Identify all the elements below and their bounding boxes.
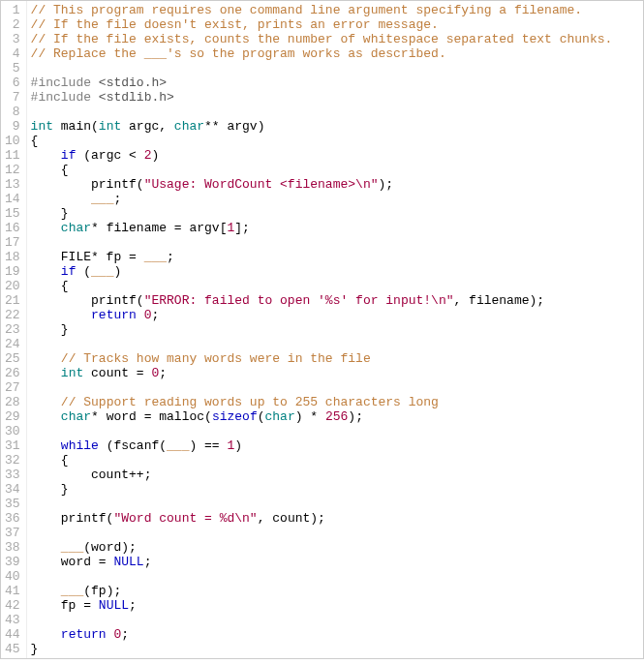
token: printf(: [31, 177, 144, 192]
line-number: 21: [5, 293, 20, 308]
code-line: FILE* fp = ___;: [31, 250, 639, 264]
token: ) ==: [189, 438, 227, 453]
line-number: 19: [5, 264, 20, 279]
line-number: 17: [5, 235, 20, 250]
token: {: [31, 453, 69, 468]
line-number: 14: [5, 192, 20, 206]
line-number-gutter: 1234567891011121314151617181920212223242…: [1, 1, 27, 658]
line-number: 2: [5, 17, 20, 32]
token: if: [61, 148, 77, 163]
code-line: int main(int argc, char** argv): [31, 119, 639, 134]
token: {: [31, 279, 69, 293]
token: NULL: [113, 555, 143, 569]
code-line: char* filename = argv[1];: [31, 221, 639, 235]
code-line: printf("Usage: WordCount <filename>\n");: [31, 177, 639, 192]
token: [31, 192, 91, 206]
line-number: 16: [5, 221, 20, 235]
code-editor: 1234567891011121314151617181920212223242…: [0, 0, 644, 659]
token: [31, 409, 61, 424]
token: ___: [167, 438, 189, 453]
token: [31, 221, 61, 235]
token: printf(: [31, 511, 114, 526]
token: [31, 540, 61, 555]
token: char: [61, 409, 91, 424]
code-line: count++;: [31, 468, 639, 482]
token: **: [204, 119, 227, 134]
code-line: return 0;: [31, 627, 639, 642]
token: [31, 308, 91, 322]
token: ;: [121, 627, 129, 642]
code-line: printf("Word count = %d\n", count);: [31, 511, 639, 526]
token: FILE* fp =: [31, 250, 144, 264]
code-line: if (argc < 2): [31, 148, 639, 163]
token: main(: [53, 119, 99, 134]
line-number: 33: [5, 468, 20, 482]
token: count++;: [31, 468, 152, 482]
code-line: [31, 613, 639, 627]
token: fp =: [31, 598, 99, 613]
line-number: 22: [5, 308, 20, 322]
token: ;: [151, 308, 159, 322]
token: (fp);: [83, 584, 121, 598]
token: );: [348, 409, 363, 424]
token: sizeof: [212, 409, 258, 424]
token: char: [265, 409, 295, 424]
token: // Replace the ___'s so the program work…: [31, 46, 446, 61]
token: ___: [91, 192, 113, 206]
code-line: int count = 0;: [31, 366, 639, 380]
line-number: 6: [5, 75, 20, 90]
token: <stdio.h>: [99, 75, 167, 90]
code-line: [31, 380, 639, 395]
line-number: 29: [5, 409, 20, 424]
code-line: [31, 235, 639, 250]
code-line: char* word = malloc(sizeof(char) * 256);: [31, 409, 639, 424]
token: (argc <: [76, 148, 143, 163]
token: [31, 148, 61, 163]
token: [31, 351, 61, 366]
token: {: [31, 134, 39, 148]
code-line: ___(fp);: [31, 584, 639, 598]
line-number: 30: [5, 424, 20, 438]
line-number: 9: [5, 119, 20, 134]
token: [31, 366, 61, 380]
token: ): [113, 264, 121, 279]
token: ;: [113, 192, 121, 206]
token: printf(: [31, 293, 144, 308]
token: [31, 584, 61, 598]
token: filename = argv[: [107, 221, 228, 235]
token: [31, 627, 61, 642]
token: [31, 395, 61, 409]
line-number: 25: [5, 351, 20, 366]
token: ;: [159, 366, 167, 380]
token: ___: [144, 250, 167, 264]
code-line: }: [31, 206, 639, 221]
line-number: 35: [5, 497, 20, 511]
line-number: 42: [5, 598, 20, 613]
code-line: [31, 61, 639, 75]
code-line: while (fscanf(___) == 1): [31, 438, 639, 453]
token: [31, 264, 61, 279]
token: return: [61, 627, 107, 642]
token: [137, 308, 144, 322]
line-number: 11: [5, 148, 20, 163]
line-number: 27: [5, 380, 20, 395]
token: [31, 438, 61, 453]
token: ;: [167, 250, 174, 264]
token: int: [99, 119, 121, 134]
code-line: {: [31, 279, 639, 293]
line-number: 34: [5, 482, 20, 497]
token: // If the file doesn't exist, prints an …: [31, 17, 439, 32]
line-number: 12: [5, 163, 20, 177]
code-line: // Support reading words up to 255 chara…: [31, 395, 639, 409]
code-line: ___;: [31, 192, 639, 206]
token: }: [31, 642, 39, 656]
token: ) *: [295, 409, 325, 424]
code-line: return 0;: [31, 308, 639, 322]
code-line: {: [31, 134, 639, 148]
line-number: 1: [5, 3, 20, 17]
line-number: 31: [5, 438, 20, 453]
token: }: [31, 482, 69, 497]
line-number: 7: [5, 90, 20, 105]
token: ___: [91, 264, 113, 279]
line-number: 37: [5, 526, 20, 540]
